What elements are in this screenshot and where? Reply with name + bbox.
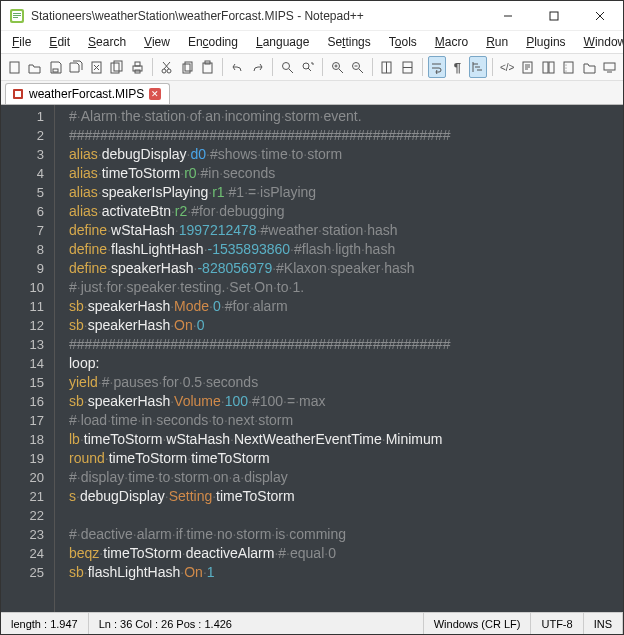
svg-point-35 xyxy=(353,62,360,69)
doc-list-icon[interactable] xyxy=(539,56,558,78)
show-all-chars-icon[interactable]: ¶ xyxy=(448,56,467,78)
cut-icon[interactable] xyxy=(158,56,177,78)
undo-icon[interactable] xyxy=(228,56,247,78)
code-line[interactable]: #·load·time·in·seconds·to·next·storm xyxy=(69,411,623,430)
menu-tools[interactable]: Tools xyxy=(382,33,424,51)
code-line[interactable]: define·wStaHash·1997212478·#weather·stat… xyxy=(69,221,623,240)
code-editor[interactable]: 123 456 789 101112 131415 161718 192021 … xyxy=(1,105,623,612)
doc-map-icon[interactable] xyxy=(518,56,537,78)
svg-point-31 xyxy=(332,62,339,69)
menu-encoding[interactable]: Encoding xyxy=(181,33,245,51)
status-length: length : 1.947 xyxy=(1,613,89,634)
menu-file[interactable]: File xyxy=(5,33,38,51)
print-icon[interactable] xyxy=(128,56,147,78)
code-line[interactable]: alias·debugDisplay·d0·#shows·time·to·sto… xyxy=(69,145,623,164)
zoom-out-icon[interactable] xyxy=(348,56,367,78)
line-number-gutter: 123 456 789 101112 131415 161718 192021 … xyxy=(1,105,55,612)
close-all-icon[interactable] xyxy=(108,56,127,78)
menu-macro[interactable]: Macro xyxy=(428,33,475,51)
word-wrap-icon[interactable] xyxy=(428,56,447,78)
code-line[interactable]: round·timeToStorm·timeToStorm xyxy=(69,449,623,468)
copy-icon[interactable] xyxy=(178,56,197,78)
code-line[interactable]: sb·speakerHash·Volume·100·#100·=·max xyxy=(69,392,623,411)
toolbar-separator xyxy=(422,58,423,76)
toolbar-separator xyxy=(492,58,493,76)
toolbar-separator xyxy=(372,58,373,76)
menu-language[interactable]: Language xyxy=(249,33,316,51)
replace-icon[interactable] xyxy=(298,56,317,78)
code-line[interactable]: alias·speakerIsPlaying·r1·#1·=·isPlaying xyxy=(69,183,623,202)
file-tab-icon xyxy=(12,88,24,100)
code-line[interactable]: sb·speakerHash·Mode·0·#for·alarm xyxy=(69,297,623,316)
indent-guide-icon[interactable] xyxy=(469,56,488,78)
file-tab[interactable]: weatherForcast.MIPS ✕ xyxy=(5,83,170,104)
new-file-icon[interactable] xyxy=(5,56,24,78)
menu-search[interactable]: Search xyxy=(81,33,133,51)
save-icon[interactable] xyxy=(46,56,65,78)
code-line[interactable]: ########################################… xyxy=(69,335,623,354)
menu-view[interactable]: View xyxy=(137,33,177,51)
maximize-button[interactable] xyxy=(531,1,577,31)
code-line[interactable]: alias·activateBtn·r2·#for·debugging xyxy=(69,202,623,221)
status-insert-mode[interactable]: INS xyxy=(584,613,623,634)
tab-close-icon[interactable]: ✕ xyxy=(149,88,161,100)
code-line[interactable]: #·deactive·alarm·if·time·no·storm·is·com… xyxy=(69,525,623,544)
code-line[interactable]: beqz·timeToStorm·deactiveAlarm·#·equal·0 xyxy=(69,544,623,563)
sync-v-icon[interactable] xyxy=(378,56,397,78)
menu-plugins[interactable]: Plugins xyxy=(519,33,572,51)
code-line[interactable]: loop: xyxy=(69,354,623,373)
menu-settings[interactable]: Settings xyxy=(320,33,377,51)
toolbar-separator xyxy=(152,58,153,76)
sync-h-icon[interactable] xyxy=(398,56,417,78)
redo-icon[interactable] xyxy=(249,56,268,78)
code-line[interactable] xyxy=(69,506,623,525)
udl-icon[interactable]: </> xyxy=(498,56,517,78)
svg-rect-25 xyxy=(203,63,212,73)
toolbar: ¶ </> xyxy=(1,53,623,81)
svg-point-20 xyxy=(167,69,171,73)
svg-point-19 xyxy=(162,69,166,73)
window-title: Stationeers\weatherStation\weatherForcas… xyxy=(31,9,485,23)
svg-rect-24 xyxy=(185,62,192,71)
minimize-button[interactable] xyxy=(485,1,531,31)
find-icon[interactable] xyxy=(278,56,297,78)
toolbar-separator xyxy=(222,58,223,76)
svg-rect-6 xyxy=(550,12,558,20)
status-encoding[interactable]: UTF-8 xyxy=(531,613,583,634)
code-line[interactable]: ########################################… xyxy=(69,126,623,145)
folder-workspace-icon[interactable] xyxy=(580,56,599,78)
paste-icon[interactable] xyxy=(199,56,218,78)
open-file-icon[interactable] xyxy=(26,56,45,78)
svg-line-32 xyxy=(339,69,343,73)
file-tab-label: weatherForcast.MIPS xyxy=(29,87,144,101)
code-line[interactable]: #·display·time·to·storm·on·a·display xyxy=(69,468,623,487)
monitor-icon[interactable] xyxy=(601,56,620,78)
code-line[interactable]: s·debugDisplay·Setting·timeToStorm xyxy=(69,487,623,506)
code-area[interactable]: #·Alarm·the·station·of·an·incoming·storm… xyxy=(55,105,623,612)
func-list-icon[interactable] xyxy=(560,56,579,78)
menu-edit[interactable]: Edit xyxy=(42,33,77,51)
code-line[interactable]: define·flashLightHash·-1535893860·#flash… xyxy=(69,240,623,259)
svg-line-30 xyxy=(308,68,311,71)
save-all-icon[interactable] xyxy=(67,56,86,78)
svg-rect-18 xyxy=(135,70,140,73)
code-line[interactable]: #·Alarm·the·station·of·an·incoming·storm… xyxy=(69,107,623,126)
code-line[interactable]: sb·flashLightHash·On·1 xyxy=(69,563,623,582)
svg-rect-23 xyxy=(183,64,190,73)
code-line[interactable]: define·speakerHash·-828056979·#Klaxon·sp… xyxy=(69,259,623,278)
status-eol[interactable]: Windows (CR LF) xyxy=(424,613,532,634)
svg-rect-40 xyxy=(403,62,412,73)
zoom-in-icon[interactable] xyxy=(328,56,347,78)
code-line[interactable]: alias·timeToStorm·r0·#in·seconds xyxy=(69,164,623,183)
close-icon[interactable] xyxy=(87,56,106,78)
close-window-button[interactable] xyxy=(577,1,623,31)
tabbar: weatherForcast.MIPS ✕ xyxy=(1,81,623,105)
code-line[interactable]: #·just·for·speaker·testing.·Set·On·to·1. xyxy=(69,278,623,297)
svg-line-13 xyxy=(94,65,99,70)
menu-run[interactable]: Run xyxy=(479,33,515,51)
menu-window[interactable]: Window xyxy=(577,33,624,51)
svg-rect-56 xyxy=(604,63,615,70)
code-line[interactable]: lb·timeToStorm·wStaHash·NextWeatherEvent… xyxy=(69,430,623,449)
code-line[interactable]: sb·speakerHash·On·0 xyxy=(69,316,623,335)
code-line[interactable]: yield·#·pauses·for·0.5·seconds xyxy=(69,373,623,392)
